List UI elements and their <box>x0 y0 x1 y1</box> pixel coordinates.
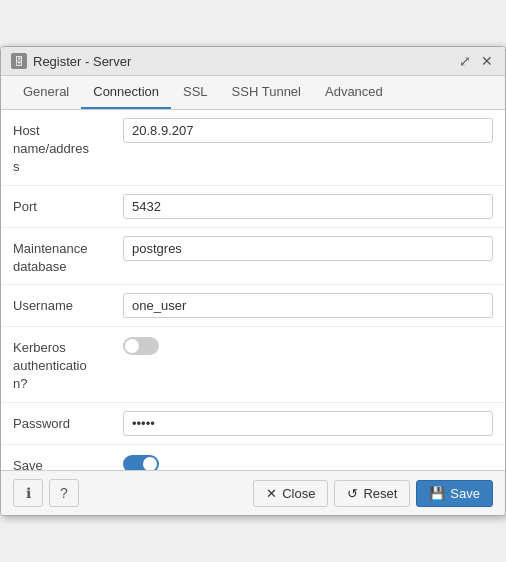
kerberos-label: Kerberosauthentication? <box>13 335 123 394</box>
expand-button[interactable]: ⤢ <box>457 53 473 69</box>
username-row: Username <box>1 285 505 327</box>
footer: ℹ ? ✕ Close ↺ Reset 💾 Save <box>1 470 505 515</box>
hostname-input[interactable] <box>123 118 493 143</box>
hostname-control <box>123 118 493 143</box>
reset-icon: ↺ <box>347 486 358 501</box>
tab-bar: General Connection SSL SSH Tunnel Advanc… <box>1 76 505 110</box>
maintenance-db-input[interactable] <box>123 236 493 261</box>
form-body: Hostname/address Port Maintenancedatabas… <box>1 110 505 470</box>
save-password-toggle[interactable] <box>123 455 159 471</box>
save-icon: 💾 <box>429 486 445 501</box>
kerberos-row: Kerberosauthentication? <box>1 327 505 403</box>
maintenance-db-label: Maintenancedatabase <box>13 236 123 276</box>
username-input[interactable] <box>123 293 493 318</box>
tab-ssh-tunnel[interactable]: SSH Tunnel <box>220 76 313 109</box>
close-window-button[interactable]: ✕ <box>479 53 495 69</box>
title-bar-left: 🗄 Register - Server <box>11 53 131 69</box>
help-button[interactable]: ? <box>49 479 79 507</box>
password-label: Password <box>13 411 123 433</box>
kerberos-toggle[interactable] <box>123 337 159 355</box>
footer-right: ✕ Close ↺ Reset 💾 Save <box>253 480 493 507</box>
maintenance-db-row: Maintenancedatabase <box>1 228 505 285</box>
reset-button[interactable]: ↺ Reset <box>334 480 410 507</box>
port-label: Port <box>13 194 123 216</box>
tab-advanced[interactable]: Advanced <box>313 76 395 109</box>
kerberos-slider <box>123 337 159 355</box>
username-control <box>123 293 493 318</box>
password-row: Password <box>1 403 505 445</box>
port-control <box>123 194 493 219</box>
kerberos-control <box>123 335 493 355</box>
port-row: Port <box>1 186 505 228</box>
save-password-label: Savepassword? <box>13 453 123 471</box>
close-icon: ✕ <box>266 486 277 501</box>
save-password-slider <box>123 455 159 471</box>
info-button[interactable]: ℹ <box>13 479 43 507</box>
register-server-dialog: 🗄 Register - Server ⤢ ✕ General Connecti… <box>0 46 506 516</box>
title-bar-controls: ⤢ ✕ <box>457 53 495 69</box>
title-bar: 🗄 Register - Server ⤢ ✕ <box>1 47 505 76</box>
password-control <box>123 411 493 436</box>
save-button[interactable]: 💾 Save <box>416 480 493 507</box>
save-label: Save <box>450 486 480 501</box>
hostname-row: Hostname/address <box>1 110 505 186</box>
close-label: Close <box>282 486 315 501</box>
password-input[interactable] <box>123 411 493 436</box>
hostname-label: Hostname/address <box>13 118 123 177</box>
window-title: Register - Server <box>33 54 131 69</box>
username-label: Username <box>13 293 123 315</box>
reset-label: Reset <box>363 486 397 501</box>
close-button[interactable]: ✕ Close <box>253 480 328 507</box>
maintenance-db-control <box>123 236 493 261</box>
save-password-row: Savepassword? <box>1 445 505 471</box>
tab-connection[interactable]: Connection <box>81 76 171 109</box>
tab-general[interactable]: General <box>11 76 81 109</box>
port-input[interactable] <box>123 194 493 219</box>
footer-left: ℹ ? <box>13 479 79 507</box>
tab-ssl[interactable]: SSL <box>171 76 220 109</box>
save-password-control <box>123 453 493 471</box>
window-icon: 🗄 <box>11 53 27 69</box>
